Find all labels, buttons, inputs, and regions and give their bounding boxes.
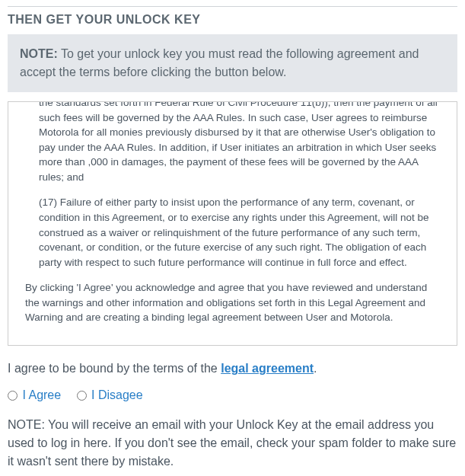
unlock-key-section: THEN GET YOUR UNLOCK KEY NOTE: To get yo… [0, 0, 465, 476]
radio-agree-text: I Agree [22, 388, 61, 401]
agreement-clause-17: (17) Failure of either party to insist u… [25, 195, 443, 270]
note-text: To get your unlock key you must read the… [20, 47, 419, 78]
radio-agree-label[interactable]: I Agree [8, 388, 65, 401]
radio-disagree-input[interactable] [77, 391, 87, 401]
legal-agreement-link[interactable]: legal agreement [221, 362, 314, 375]
agree-line-prefix: I agree to be bound by the terms of the [8, 362, 221, 375]
note-box: NOTE: To get your unlock key you must re… [8, 34, 457, 92]
agreement-clause-partial: the standards set forth in Federal Rule … [25, 101, 443, 184]
agreement-acknowledge: By clicking 'I Agree' you acknowledge an… [25, 280, 443, 325]
section-title: THEN GET YOUR UNLOCK KEY [8, 6, 457, 34]
agree-radio-group: I Agree I Disagee [8, 388, 457, 402]
agreement-scroll-area[interactable]: the standards set forth in Federal Rule … [8, 101, 457, 346]
agree-statement: I agree to be bound by the terms of the … [8, 359, 457, 378]
radio-disagree-text: I Disagee [91, 388, 143, 401]
footer-note: NOTE: You will receive an email with you… [8, 416, 457, 471]
radio-agree-input[interactable] [8, 391, 18, 401]
radio-disagree-label[interactable]: I Disagee [77, 388, 143, 401]
note-label: NOTE: [20, 47, 58, 60]
agree-line-suffix: . [314, 362, 317, 375]
